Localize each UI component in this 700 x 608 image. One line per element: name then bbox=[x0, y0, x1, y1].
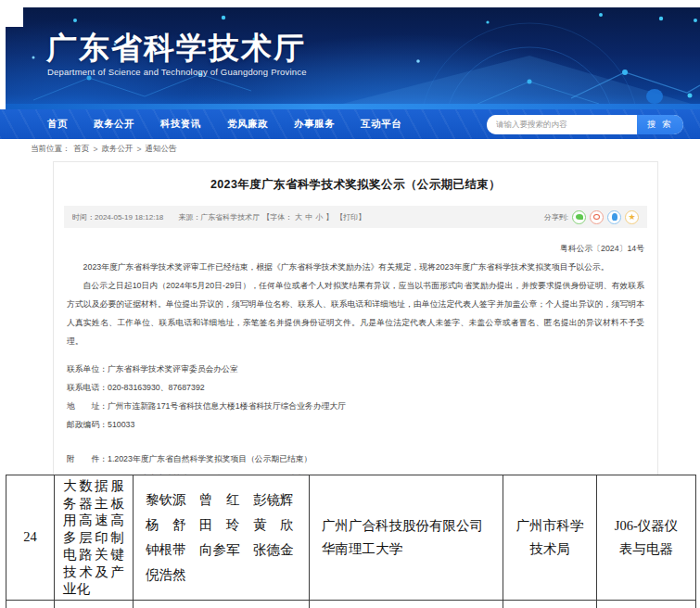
contact-postcode: 邮政编码：510033 bbox=[67, 415, 644, 434]
article-paragraph: 2023年度广东省科学技术奖评审工作已经结束，根据《广东省科学技术奖励办法》有关… bbox=[67, 258, 644, 276]
nav-item-sci-tech-news[interactable]: 科技资讯 bbox=[154, 118, 208, 131]
empty-cell bbox=[55, 600, 134, 608]
awardee-line: 杨 舒 田 玲 黄 欣 bbox=[146, 513, 309, 538]
article-meta-bar: 时间：2024-05-19 18:12:18 来源：广东省科学技术厅 【字体： … bbox=[64, 206, 647, 228]
contact-phone: 联系电话：020-83163930、87687392 bbox=[67, 378, 644, 397]
search-box: 搜 索 bbox=[487, 115, 683, 134]
empty-cell bbox=[6, 600, 55, 608]
article-source: 来源：广东省科学技术厅 bbox=[178, 212, 260, 222]
site-subtitle: Department of Science and Technology of … bbox=[47, 67, 307, 77]
empty-cell bbox=[134, 600, 310, 608]
nav-item-services[interactable]: 办事服务 bbox=[287, 118, 341, 131]
organization-line: 华南理工大学 bbox=[322, 538, 503, 561]
font-size-small-button[interactable]: 小 bbox=[315, 212, 323, 222]
publish-time: 时间：2024-05-19 18:12:18 bbox=[72, 212, 163, 222]
attachment-link-natural-science[interactable]: 1.2023年度广东省自然科学奖拟奖项目（公示期已结束） bbox=[108, 450, 312, 469]
qzone-share-icon[interactable]: ★ bbox=[625, 210, 639, 224]
weibo-share-icon[interactable] bbox=[590, 210, 604, 224]
qq-share-icon[interactable] bbox=[607, 210, 621, 224]
contact-unit: 联系单位：广东省科学技术奖评审委员会办公室 bbox=[67, 360, 644, 378]
awardee-line: 钟根带 向参军 张德金 bbox=[146, 538, 309, 563]
search-input[interactable] bbox=[487, 115, 637, 134]
award-table: 24 大数据服务器主板用高速高多层印制电路关键技术及产业化 黎钦源 曾 红 彭镜… bbox=[6, 475, 695, 608]
nav-items: 首页 政务公开 科技资讯 党风廉政 办事服务 互动平台 bbox=[0, 118, 408, 131]
font-size-large-button[interactable]: 大 bbox=[295, 212, 302, 222]
cell-nominator: 广州市科学技术局 bbox=[503, 475, 597, 601]
cell-project-name: 大数据服务器主板用高速高多层印制电路关键技术及产业化 bbox=[55, 475, 134, 601]
main-nav: 首页 政务公开 科技资讯 党风廉政 办事服务 互动平台 搜 索 bbox=[0, 109, 700, 139]
share-label: 分享到: bbox=[544, 212, 568, 222]
nav-item-interaction[interactable]: 互动平台 bbox=[354, 118, 408, 131]
awardee-line: 倪浩然 bbox=[146, 563, 309, 588]
nav-item-party-conduct[interactable]: 党风廉政 bbox=[221, 118, 274, 131]
nav-item-home[interactable]: 首页 bbox=[41, 118, 74, 131]
article-meta-info: 时间：2024-05-19 18:12:18 来源：广东省科学技术厅 【字体： … bbox=[72, 212, 365, 222]
table-row-24: 24 大数据服务器主板用高速高多层印制电路关键技术及产业化 黎钦源 曾 红 彭镜… bbox=[6, 475, 696, 601]
share-bar: 分享到: ★ bbox=[544, 210, 639, 224]
organization-line: 广州广合科技股份有限公司 bbox=[322, 514, 503, 538]
print-button[interactable]: 【打印】 bbox=[336, 212, 365, 222]
article-body: 粤科公示〔2024〕14号 2023年度广东省科学技术奖评审工作已经结束，根据《… bbox=[67, 239, 644, 507]
cell-organizations: 广州广合科技股份有限公司 华南理工大学 bbox=[310, 475, 503, 601]
cell-index: 24 bbox=[6, 475, 55, 601]
wechat-share-icon[interactable] bbox=[572, 210, 586, 224]
nav-item-gov-affairs[interactable]: 政务公开 bbox=[87, 118, 141, 131]
breadcrumb-current: 通知公告 bbox=[145, 144, 176, 155]
cell-awardees: 黎钦源 曾 红 彭镜辉 杨 舒 田 玲 黄 欣 钟根带 向参军 张德金 倪浩然 bbox=[134, 475, 310, 601]
font-size-label: 【字体： bbox=[262, 212, 292, 222]
cell-category: J06-仪器仪表与电器 bbox=[597, 475, 696, 601]
site-banner: 广东省科学技术厅 Department of Science and Techn… bbox=[6, 7, 700, 109]
breadcrumb-label: 当前位置： bbox=[31, 144, 70, 155]
site-title: 广东省科学技术厅 bbox=[46, 28, 306, 70]
empty-cell bbox=[503, 600, 597, 608]
article-paragraph: 自公示之日起10日内（2024年5月20日-29日），任何单位或者个人对拟奖结果… bbox=[67, 276, 644, 350]
contact-address: 地 址：广州市连新路171号省科技信息大楼1楼省科技厅综合业务办理大厅 bbox=[67, 397, 644, 415]
document-number: 粤科公示〔2024〕14号 bbox=[67, 239, 644, 258]
contact-block: 联系单位：广东省科学技术奖评审委员会办公室 联系电话：020-83163930、… bbox=[67, 360, 644, 434]
font-size-label-end: 】 bbox=[325, 212, 333, 222]
page: 广东省科学技术厅 Department of Science and Techn… bbox=[0, 0, 700, 608]
breadcrumb: 当前位置： 首页 > 政务公开 > 通知公告 bbox=[31, 144, 176, 155]
article-title: 2023年度广东省科学技术奖拟奖公示（公示期已结束） bbox=[54, 177, 657, 193]
font-size-medium-button[interactable]: 中 bbox=[305, 212, 312, 222]
breadcrumb-separator: > bbox=[136, 145, 141, 154]
breadcrumb-separator: > bbox=[94, 145, 98, 154]
empty-cell bbox=[597, 600, 696, 608]
cell-organizations: 广东省计量科学研究院 bbox=[310, 600, 503, 608]
breadcrumb-home[interactable]: 首页 bbox=[74, 144, 90, 155]
awardee-line: 黎钦源 曾 红 彭镜辉 bbox=[146, 488, 309, 513]
table-row-partial: 广东省计量科学研究院 bbox=[6, 600, 696, 608]
search-button[interactable]: 搜 索 bbox=[637, 115, 683, 134]
banner-corner-notch bbox=[0, 7, 23, 27]
breadcrumb-gov-affairs[interactable]: 政务公开 bbox=[101, 144, 133, 155]
